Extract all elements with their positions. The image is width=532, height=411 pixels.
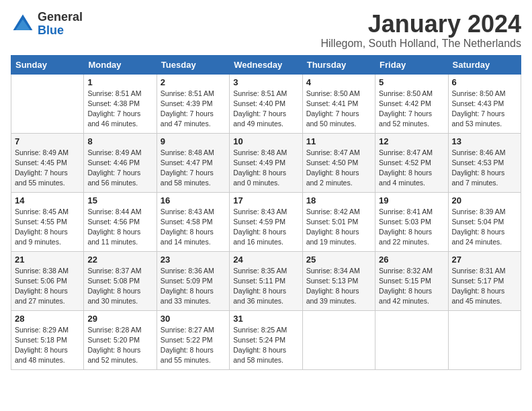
weekday-header-tuesday: Tuesday bbox=[157, 55, 229, 74]
weekday-header-monday: Monday bbox=[84, 55, 157, 74]
day-number: 21 bbox=[15, 255, 80, 265]
day-number: 24 bbox=[233, 255, 298, 265]
calendar-cell: 26Sunrise: 8:32 AMSunset: 5:15 PMDayligh… bbox=[375, 251, 448, 310]
calendar-cell: 17Sunrise: 8:43 AMSunset: 4:59 PMDayligh… bbox=[230, 192, 302, 251]
logo-icon bbox=[11, 12, 35, 36]
day-number: 22 bbox=[87, 255, 152, 265]
calendar-cell bbox=[448, 310, 521, 369]
day-info: Sunrise: 8:36 AMSunset: 5:09 PMDaylight:… bbox=[161, 266, 226, 307]
day-info: Sunrise: 8:29 AMSunset: 5:18 PMDaylight:… bbox=[15, 325, 80, 366]
day-info: Sunrise: 8:48 AMSunset: 4:47 PMDaylight:… bbox=[161, 148, 226, 189]
day-info: Sunrise: 8:27 AMSunset: 5:22 PMDaylight:… bbox=[161, 325, 226, 366]
logo-blue: Blue bbox=[38, 24, 83, 38]
day-info: Sunrise: 8:50 AMSunset: 4:43 PMDaylight:… bbox=[452, 89, 517, 130]
day-number: 13 bbox=[452, 136, 517, 146]
logo-text: General Blue bbox=[38, 11, 83, 38]
calendar-cell: 16Sunrise: 8:43 AMSunset: 4:58 PMDayligh… bbox=[157, 192, 229, 251]
calendar-cell: 22Sunrise: 8:37 AMSunset: 5:08 PMDayligh… bbox=[84, 251, 157, 310]
month-title: January 2024 bbox=[320, 11, 521, 38]
day-info: Sunrise: 8:51 AMSunset: 4:40 PMDaylight:… bbox=[233, 89, 298, 130]
calendar-cell: 5Sunrise: 8:50 AMSunset: 4:42 PMDaylight… bbox=[375, 74, 448, 133]
day-info: Sunrise: 8:50 AMSunset: 4:41 PMDaylight:… bbox=[306, 89, 371, 130]
calendar-cell: 6Sunrise: 8:50 AMSunset: 4:43 PMDaylight… bbox=[448, 74, 521, 133]
day-number: 17 bbox=[233, 195, 298, 205]
page-header: General Blue January 2024 Hillegom, Sout… bbox=[11, 11, 521, 50]
day-info: Sunrise: 8:48 AMSunset: 4:49 PMDaylight:… bbox=[233, 148, 298, 189]
day-info: Sunrise: 8:39 AMSunset: 5:04 PMDaylight:… bbox=[452, 207, 517, 248]
day-number: 16 bbox=[161, 195, 226, 205]
day-number: 15 bbox=[87, 195, 152, 205]
day-info: Sunrise: 8:28 AMSunset: 5:20 PMDaylight:… bbox=[87, 325, 152, 366]
day-number: 9 bbox=[161, 136, 226, 146]
day-info: Sunrise: 8:41 AMSunset: 5:03 PMDaylight:… bbox=[379, 207, 444, 248]
calendar-cell: 14Sunrise: 8:45 AMSunset: 4:55 PMDayligh… bbox=[11, 192, 84, 251]
calendar-cell: 30Sunrise: 8:27 AMSunset: 5:22 PMDayligh… bbox=[157, 310, 229, 369]
calendar-cell: 25Sunrise: 8:34 AMSunset: 5:13 PMDayligh… bbox=[302, 251, 375, 310]
day-number: 18 bbox=[306, 195, 371, 205]
calendar-cell: 11Sunrise: 8:47 AMSunset: 4:50 PMDayligh… bbox=[302, 133, 375, 192]
day-info: Sunrise: 8:25 AMSunset: 5:24 PMDaylight:… bbox=[233, 325, 298, 366]
weekday-header-saturday: Saturday bbox=[448, 55, 521, 74]
calendar-cell: 20Sunrise: 8:39 AMSunset: 5:04 PMDayligh… bbox=[448, 192, 521, 251]
calendar-cell: 18Sunrise: 8:42 AMSunset: 5:01 PMDayligh… bbox=[302, 192, 375, 251]
day-number: 2 bbox=[161, 77, 226, 87]
day-number: 19 bbox=[379, 195, 444, 205]
calendar-table: SundayMondayTuesdayWednesdayThursdayFrid… bbox=[11, 55, 521, 370]
day-info: Sunrise: 8:35 AMSunset: 5:11 PMDaylight:… bbox=[233, 266, 298, 307]
day-number: 11 bbox=[306, 136, 371, 146]
day-info: Sunrise: 8:31 AMSunset: 5:17 PMDaylight:… bbox=[452, 266, 517, 307]
calendar-week-row: 28Sunrise: 8:29 AMSunset: 5:18 PMDayligh… bbox=[11, 310, 521, 369]
calendar-cell: 29Sunrise: 8:28 AMSunset: 5:20 PMDayligh… bbox=[84, 310, 157, 369]
day-info: Sunrise: 8:32 AMSunset: 5:15 PMDaylight:… bbox=[379, 266, 444, 307]
calendar-cell bbox=[11, 74, 84, 133]
calendar-cell: 12Sunrise: 8:47 AMSunset: 4:52 PMDayligh… bbox=[375, 133, 448, 192]
calendar-week-row: 7Sunrise: 8:49 AMSunset: 4:45 PMDaylight… bbox=[11, 133, 521, 192]
day-info: Sunrise: 8:49 AMSunset: 4:46 PMDaylight:… bbox=[87, 148, 152, 189]
day-number: 14 bbox=[15, 195, 80, 205]
calendar-cell: 31Sunrise: 8:25 AMSunset: 5:24 PMDayligh… bbox=[230, 310, 302, 369]
location-title: Hillegom, South Holland, The Netherlands bbox=[320, 38, 521, 50]
calendar-cell: 4Sunrise: 8:50 AMSunset: 4:41 PMDaylight… bbox=[302, 74, 375, 133]
day-number: 8 bbox=[87, 136, 152, 146]
day-number: 31 bbox=[233, 314, 298, 324]
logo-general: General bbox=[38, 11, 83, 24]
day-info: Sunrise: 8:43 AMSunset: 4:58 PMDaylight:… bbox=[161, 207, 226, 248]
day-info: Sunrise: 8:49 AMSunset: 4:45 PMDaylight:… bbox=[15, 148, 80, 189]
weekday-header-friday: Friday bbox=[375, 55, 448, 74]
day-number: 12 bbox=[379, 136, 444, 146]
calendar-week-row: 1Sunrise: 8:51 AMSunset: 4:38 PMDaylight… bbox=[11, 74, 521, 133]
weekday-header-sunday: Sunday bbox=[11, 55, 84, 74]
logo: General Blue bbox=[11, 11, 83, 38]
day-number: 10 bbox=[233, 136, 298, 146]
day-number: 29 bbox=[87, 314, 152, 324]
day-info: Sunrise: 8:46 AMSunset: 4:53 PMDaylight:… bbox=[452, 148, 517, 189]
calendar-cell: 8Sunrise: 8:49 AMSunset: 4:46 PMDaylight… bbox=[84, 133, 157, 192]
weekday-header-wednesday: Wednesday bbox=[230, 55, 302, 74]
calendar-cell: 1Sunrise: 8:51 AMSunset: 4:38 PMDaylight… bbox=[84, 74, 157, 133]
title-block: January 2024 Hillegom, South Holland, Th… bbox=[320, 11, 521, 50]
calendar-cell bbox=[375, 310, 448, 369]
calendar-cell: 28Sunrise: 8:29 AMSunset: 5:18 PMDayligh… bbox=[11, 310, 84, 369]
calendar-cell bbox=[302, 310, 375, 369]
calendar-cell: 19Sunrise: 8:41 AMSunset: 5:03 PMDayligh… bbox=[375, 192, 448, 251]
calendar-cell: 13Sunrise: 8:46 AMSunset: 4:53 PMDayligh… bbox=[448, 133, 521, 192]
day-info: Sunrise: 8:51 AMSunset: 4:39 PMDaylight:… bbox=[161, 89, 226, 130]
calendar-cell: 7Sunrise: 8:49 AMSunset: 4:45 PMDaylight… bbox=[11, 133, 84, 192]
day-number: 26 bbox=[379, 255, 444, 265]
day-info: Sunrise: 8:42 AMSunset: 5:01 PMDaylight:… bbox=[306, 207, 371, 248]
day-number: 28 bbox=[15, 314, 80, 324]
calendar-cell: 9Sunrise: 8:48 AMSunset: 4:47 PMDaylight… bbox=[157, 133, 229, 192]
calendar-cell: 23Sunrise: 8:36 AMSunset: 5:09 PMDayligh… bbox=[157, 251, 229, 310]
calendar-cell: 15Sunrise: 8:44 AMSunset: 4:56 PMDayligh… bbox=[84, 192, 157, 251]
calendar-week-row: 21Sunrise: 8:38 AMSunset: 5:06 PMDayligh… bbox=[11, 251, 521, 310]
day-number: 25 bbox=[306, 255, 371, 265]
calendar-cell: 2Sunrise: 8:51 AMSunset: 4:39 PMDaylight… bbox=[157, 74, 229, 133]
day-number: 5 bbox=[379, 77, 444, 87]
day-number: 1 bbox=[87, 77, 152, 87]
calendar-cell: 27Sunrise: 8:31 AMSunset: 5:17 PMDayligh… bbox=[448, 251, 521, 310]
day-number: 3 bbox=[233, 77, 298, 87]
weekday-header-thursday: Thursday bbox=[302, 55, 375, 74]
weekday-header-row: SundayMondayTuesdayWednesdayThursdayFrid… bbox=[11, 55, 521, 74]
calendar-cell: 21Sunrise: 8:38 AMSunset: 5:06 PMDayligh… bbox=[11, 251, 84, 310]
day-number: 20 bbox=[452, 195, 517, 205]
